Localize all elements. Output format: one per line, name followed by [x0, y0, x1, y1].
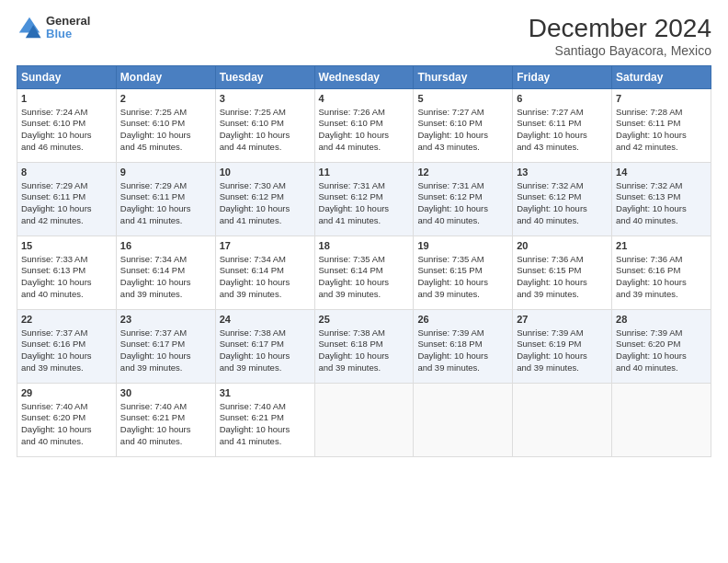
sunrise-label: Sunrise: 7:38 AM [220, 327, 286, 338]
sunset-label: Sunset: 6:18 PM [417, 339, 482, 349]
daylight-label: Daylight: 10 hours [220, 424, 290, 434]
calendar-cell: 23Sunrise: 7:37 AMSunset: 6:17 PMDayligh… [116, 309, 215, 383]
daylight-minutes: and 44 minutes. [319, 142, 381, 152]
sunset-label: Sunset: 6:15 PM [517, 265, 581, 275]
sunrise-label: Sunrise: 7:33 AM [21, 254, 87, 264]
sunrise-label: Sunrise: 7:31 AM [319, 180, 385, 190]
daylight-label: Daylight: 10 hours [220, 350, 290, 361]
page: General Blue December 2024 Santiago Baya… [0, 0, 728, 563]
sunset-label: Sunset: 6:13 PM [616, 191, 680, 201]
daylight-label: Daylight: 10 hours [417, 277, 488, 287]
sunset-label: Sunset: 6:19 PM [517, 339, 581, 349]
daylight-minutes: and 43 minutes. [417, 142, 480, 152]
daylight-minutes: and 39 minutes. [319, 289, 381, 299]
daylight-minutes: and 40 minutes. [417, 215, 480, 225]
daylight-label: Daylight: 10 hours [319, 350, 390, 361]
sunset-label: Sunset: 6:11 PM [517, 118, 581, 128]
sunrise-label: Sunrise: 7:29 AM [120, 180, 187, 190]
sunrise-label: Sunrise: 7:27 AM [417, 107, 483, 117]
sunset-label: Sunset: 6:11 PM [616, 118, 680, 128]
sunrise-label: Sunrise: 7:25 AM [220, 107, 286, 117]
sunrise-label: Sunrise: 7:26 AM [319, 107, 385, 117]
sunrise-label: Sunrise: 7:35 AM [417, 254, 483, 264]
sunrise-label: Sunrise: 7:35 AM [319, 254, 385, 264]
day-number: 11 [319, 166, 410, 179]
daylight-minutes: and 42 minutes. [616, 142, 678, 152]
daylight-label: Daylight: 10 hours [417, 130, 488, 140]
daylight-label: Daylight: 10 hours [616, 130, 687, 140]
calendar-week-4: 22Sunrise: 7:37 AMSunset: 6:16 PMDayligh… [17, 309, 711, 383]
logo-icon [17, 15, 42, 40]
day-number: 13 [517, 166, 608, 179]
sunset-label: Sunset: 6:17 PM [120, 339, 185, 349]
day-number: 24 [220, 313, 311, 327]
calendar-cell: 25Sunrise: 7:38 AMSunset: 6:18 PMDayligh… [314, 309, 414, 383]
sunrise-label: Sunrise: 7:29 AM [21, 180, 87, 190]
sunrise-label: Sunrise: 7:32 AM [517, 180, 583, 190]
sunset-label: Sunset: 6:17 PM [220, 339, 284, 349]
sunrise-label: Sunrise: 7:39 AM [616, 327, 682, 338]
daylight-label: Daylight: 10 hours [517, 130, 587, 140]
day-number: 9 [120, 166, 211, 179]
sunrise-label: Sunrise: 7:36 AM [517, 254, 583, 264]
daylight-minutes: and 39 minutes. [616, 289, 678, 299]
calendar-cell: 18Sunrise: 7:35 AMSunset: 6:14 PMDayligh… [314, 236, 414, 309]
day-number: 16 [120, 239, 211, 253]
sunrise-label: Sunrise: 7:37 AM [21, 327, 87, 338]
day-number: 14 [616, 166, 707, 179]
sunset-label: Sunset: 6:12 PM [417, 191, 482, 201]
daylight-label: Daylight: 10 hours [21, 350, 92, 361]
daylight-minutes: and 45 minutes. [120, 142, 183, 152]
sunset-label: Sunset: 6:12 PM [517, 191, 581, 201]
calendar-cell: 4Sunrise: 7:26 AMSunset: 6:10 PMDaylight… [314, 88, 414, 162]
daylight-label: Daylight: 10 hours [517, 277, 587, 287]
daylight-label: Daylight: 10 hours [21, 424, 92, 434]
sunrise-label: Sunrise: 7:30 AM [220, 180, 286, 190]
calendar-cell: 2Sunrise: 7:25 AMSunset: 6:10 PMDaylight… [116, 88, 215, 162]
calendar-cell: 11Sunrise: 7:31 AMSunset: 6:12 PMDayligh… [314, 162, 414, 236]
daylight-minutes: and 40 minutes. [120, 436, 183, 446]
daylight-minutes: and 40 minutes. [517, 215, 579, 225]
daylight-label: Daylight: 10 hours [616, 203, 687, 213]
daylight-label: Daylight: 10 hours [319, 277, 390, 287]
sunset-label: Sunset: 6:16 PM [616, 265, 680, 275]
daylight-label: Daylight: 10 hours [417, 203, 488, 213]
daylight-label: Daylight: 10 hours [220, 203, 290, 213]
calendar-cell: 29Sunrise: 7:40 AMSunset: 6:20 PMDayligh… [17, 383, 117, 456]
daylight-label: Daylight: 10 hours [21, 277, 92, 287]
col-friday: Friday [513, 65, 612, 88]
calendar-cell: 22Sunrise: 7:37 AMSunset: 6:16 PMDayligh… [17, 309, 117, 383]
day-number: 15 [21, 239, 112, 253]
day-number: 18 [319, 239, 410, 253]
calendar-week-1: 1Sunrise: 7:24 AMSunset: 6:10 PMDaylight… [17, 88, 711, 162]
calendar-week-5: 29Sunrise: 7:40 AMSunset: 6:20 PMDayligh… [17, 383, 711, 456]
col-saturday: Saturday [612, 65, 711, 88]
sunset-label: Sunset: 6:21 PM [220, 412, 284, 422]
calendar-body: 1Sunrise: 7:24 AMSunset: 6:10 PMDaylight… [17, 88, 711, 456]
header: General Blue December 2024 Santiago Baya… [17, 15, 711, 58]
daylight-label: Daylight: 10 hours [21, 130, 92, 140]
calendar-cell: 15Sunrise: 7:33 AMSunset: 6:13 PMDayligh… [17, 236, 117, 309]
calendar-cell [513, 383, 612, 456]
calendar-cell [414, 383, 513, 456]
day-number: 23 [120, 313, 211, 327]
calendar-cell: 17Sunrise: 7:34 AMSunset: 6:14 PMDayligh… [215, 236, 314, 309]
calendar-cell: 10Sunrise: 7:30 AMSunset: 6:12 PMDayligh… [215, 162, 314, 236]
day-number: 31 [220, 386, 311, 400]
calendar-cell: 27Sunrise: 7:39 AMSunset: 6:19 PMDayligh… [513, 309, 612, 383]
daylight-label: Daylight: 10 hours [220, 277, 290, 287]
daylight-label: Daylight: 10 hours [120, 350, 191, 361]
sunrise-label: Sunrise: 7:38 AM [319, 327, 385, 338]
calendar-cell: 14Sunrise: 7:32 AMSunset: 6:13 PMDayligh… [612, 162, 711, 236]
day-number: 17 [220, 239, 311, 253]
daylight-minutes: and 40 minutes. [616, 215, 678, 225]
day-number: 28 [616, 313, 707, 327]
daylight-minutes: and 41 minutes. [220, 215, 282, 225]
sunrise-label: Sunrise: 7:39 AM [417, 327, 483, 338]
daylight-minutes: and 40 minutes. [21, 436, 84, 446]
sunset-label: Sunset: 6:16 PM [21, 339, 85, 349]
sunset-label: Sunset: 6:10 PM [120, 118, 185, 128]
daylight-label: Daylight: 10 hours [120, 277, 191, 287]
calendar-week-3: 15Sunrise: 7:33 AMSunset: 6:13 PMDayligh… [17, 236, 711, 309]
daylight-minutes: and 43 minutes. [517, 142, 579, 152]
